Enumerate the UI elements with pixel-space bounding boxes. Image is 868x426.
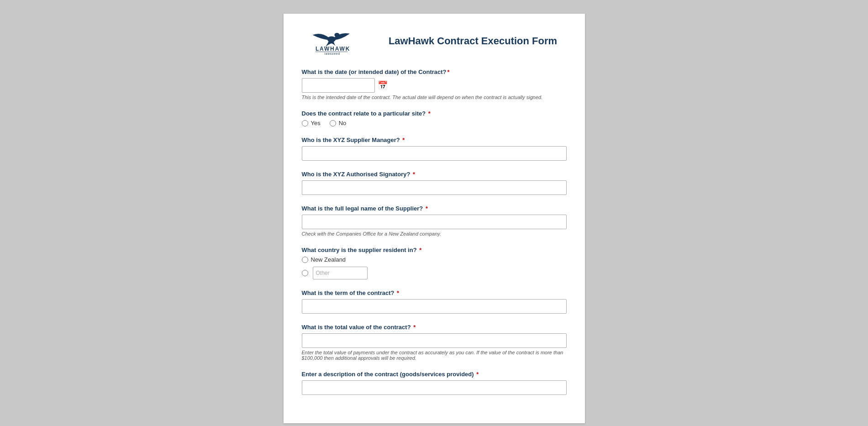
term-section: What is the term of the contract? * [302,289,567,314]
value-label: What is the total value of the contract?… [302,324,567,331]
description-section: Enter a description of the contract (goo… [302,371,567,395]
required-star-site: * [426,110,431,117]
country-nz-radio[interactable] [302,257,308,263]
date-hint: This is the intended date of the contrac… [302,95,567,100]
form-title: LawHawk Contract Execution Form [379,35,567,47]
svg-text:LAWHAWK: LAWHAWK [315,46,350,52]
site-yes-row: Yes [302,120,321,126]
term-label: What is the term of the contract? * [302,289,567,296]
country-other-input[interactable] [313,267,368,279]
calendar-icon[interactable]: 📅 [378,80,388,90]
supplier-name-label: What is the full legal name of the Suppl… [302,205,567,212]
site-yes-radio[interactable] [302,120,308,126]
country-radio-group: New Zealand [302,256,567,279]
description-label: Enter a description of the contract (goo… [302,371,567,378]
supplier-name-input[interactable] [302,215,567,229]
date-section: What is the date (or intended date) of t… [302,68,567,100]
country-nz-row: New Zealand [302,256,567,263]
manager-section: Who is the XYZ Supplier Manager? * [302,137,567,161]
lawhawk-logo: LAWHAWK lawspeed [302,27,361,55]
signatory-section: Who is the XYZ Authorised Signatory? * [302,171,567,195]
term-input[interactable] [302,299,567,314]
form-header: LAWHAWK lawspeed LawHawk Contract Execut… [302,27,567,55]
form-container: LAWHAWK lawspeed LawHawk Contract Execut… [284,14,585,423]
site-no-label: No [339,120,347,126]
signatory-input[interactable] [302,180,567,195]
date-label: What is the date (or intended date) of t… [302,68,567,75]
value-hint: Enter the total value of payments under … [302,350,567,361]
date-input[interactable] [302,78,375,93]
site-section: Does the contract relate to a particular… [302,110,567,126]
site-label: Does the contract relate to a particular… [302,110,567,117]
manager-label: Who is the XYZ Supplier Manager? * [302,137,567,143]
country-other-radio[interactable] [302,270,308,276]
site-no-radio[interactable] [330,120,336,126]
site-no-row: No [330,120,347,126]
svg-text:lawspeed: lawspeed [324,52,340,55]
description-input[interactable] [302,380,567,395]
site-radio-group: Yes No [302,120,567,126]
country-other-row [302,267,567,279]
required-star: * [447,68,450,75]
logo-area: LAWHAWK lawspeed [302,27,361,55]
supplier-name-hint: Check with the Companies Office for a Ne… [302,231,567,237]
date-input-wrapper: 📅 [302,78,567,93]
country-nz-label: New Zealand [311,256,346,263]
manager-input[interactable] [302,146,567,161]
country-label: What country is the supplier resident in… [302,247,567,253]
value-section: What is the total value of the contract?… [302,324,567,361]
value-input[interactable] [302,333,567,348]
country-section: What country is the supplier resident in… [302,247,567,279]
site-yes-label: Yes [311,120,321,126]
supplier-name-section: What is the full legal name of the Suppl… [302,205,567,237]
signatory-label: Who is the XYZ Authorised Signatory? * [302,171,567,178]
